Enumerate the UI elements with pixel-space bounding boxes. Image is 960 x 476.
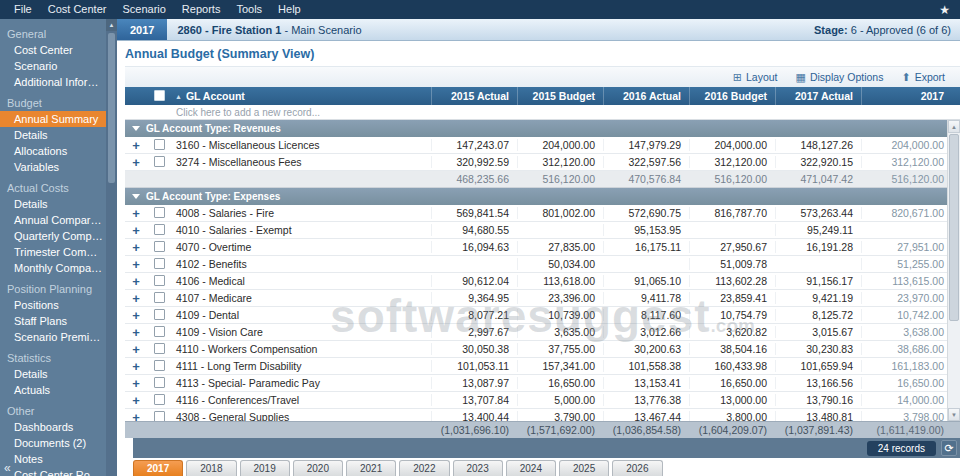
expand-row-button[interactable]: + (125, 155, 147, 170)
sidebar-item-scenario[interactable]: Scenario (0, 58, 117, 74)
expand-row-button[interactable]: + (125, 223, 147, 238)
table-row[interactable]: +4008 - Salaries - Fire569,841.54801,002… (125, 205, 960, 222)
sidebar-item-monthly-comparison[interactable]: Monthly Comparison (0, 260, 117, 276)
expand-row-button[interactable]: + (125, 138, 147, 153)
row-checkbox[interactable] (154, 224, 165, 235)
menu-file[interactable]: File (6, 0, 40, 19)
toolbar-layout-button[interactable]: ⊞Layout (724, 71, 787, 84)
sidebar-item-details[interactable]: Details (0, 366, 117, 382)
group-header-gl-account-type-revenues[interactable]: GL Account Type: Revenues (125, 120, 960, 137)
sidebar-item-cost-center[interactable]: Cost Center (0, 42, 117, 58)
row-checkbox[interactable] (154, 377, 165, 388)
sidebar-item-dashboards[interactable]: Dashboards (0, 419, 117, 435)
expand-row-button[interactable]: + (125, 308, 147, 323)
row-checkbox[interactable] (154, 394, 165, 405)
sidebar-item-additional-informati[interactable]: Additional Informati... (0, 74, 117, 90)
year-tab-2021[interactable]: 2021 (346, 460, 396, 476)
toolbar-export-button[interactable]: ⬆Export (892, 71, 954, 84)
header-year-tab[interactable]: 2017 (117, 19, 167, 40)
row-checkbox[interactable] (154, 326, 165, 337)
year-tab-2017[interactable]: 2017 (133, 460, 183, 476)
toolbar-display-options-button[interactable]: ▦Display Options (786, 71, 892, 84)
column-header-2015-actual[interactable]: 2015 Actual (431, 87, 517, 105)
table-row[interactable]: +4308 - General Supplies13,400.443,790.0… (125, 409, 960, 421)
menu-tools[interactable]: Tools (228, 0, 270, 19)
row-checkbox[interactable] (154, 156, 165, 167)
year-tab-2019[interactable]: 2019 (240, 460, 290, 476)
select-all-checkbox[interactable] (154, 90, 165, 101)
menu-help[interactable]: Help (270, 0, 309, 19)
sidebar-item-annual-comparison[interactable]: Annual Comparison (0, 212, 117, 228)
scroll-down-icon[interactable]: ▼ (948, 408, 960, 421)
sidebar-item-variables[interactable]: Variables (0, 159, 117, 175)
scroll-up-icon[interactable]: ▲ (106, 19, 117, 31)
table-row[interactable]: +3274 - Miscellaneous Fees320,992.59312,… (125, 154, 960, 171)
menu-cost-center[interactable]: Cost Center (40, 0, 115, 19)
column-header-2016-budget[interactable]: 2016 Budget (689, 87, 775, 105)
expand-row-button[interactable]: + (125, 257, 147, 272)
column-header-gl-account[interactable]: ▲GL Account (171, 87, 431, 106)
column-header-2017-actual[interactable]: 2017 Actual (775, 87, 861, 105)
sidebar-item-actuals[interactable]: Actuals (0, 382, 117, 398)
sidebar-item-annual-summary[interactable]: Annual Summary (0, 111, 117, 127)
year-tab-2018[interactable]: 2018 (186, 460, 236, 476)
expand-row-button[interactable]: + (125, 376, 147, 391)
refresh-icon[interactable]: ⟳ (941, 440, 957, 456)
row-checkbox[interactable] (154, 207, 165, 218)
row-checkbox[interactable] (154, 258, 165, 269)
group-header-gl-account-type-expenses[interactable]: GL Account Type: Expenses (125, 188, 960, 205)
expand-row-button[interactable]: + (125, 291, 147, 306)
scroll-up-icon[interactable]: ▲ (948, 120, 960, 133)
row-checkbox[interactable] (154, 411, 165, 422)
year-tab-2024[interactable]: 2024 (506, 460, 556, 476)
sidebar-item-trimester-comparison[interactable]: Trimester Comparison (0, 244, 117, 260)
sidebar-item-staff-plans[interactable]: Staff Plans (0, 313, 117, 329)
sidebar-item-details[interactable]: Details (0, 127, 117, 143)
sidebar-item-notes[interactable]: Notes (0, 451, 117, 467)
year-tab-2020[interactable]: 2020 (293, 460, 343, 476)
row-checkbox[interactable] (154, 292, 165, 303)
sidebar-item-details[interactable]: Details (0, 196, 117, 212)
row-checkbox[interactable] (154, 241, 165, 252)
year-tab-2025[interactable]: 2025 (559, 460, 609, 476)
collapse-sidebar-button[interactable]: « (4, 461, 11, 475)
table-row[interactable]: +4110 - Workers Compensation30,050.3837,… (125, 341, 960, 358)
table-row[interactable]: +4109 - Vision Care2,997.673,635.003,012… (125, 324, 960, 341)
favorite-star-icon[interactable]: ★ (935, 3, 954, 17)
year-tab-2026[interactable]: 2026 (612, 460, 662, 476)
table-row[interactable]: +3160 - Miscellaneous Licences147,243.07… (125, 137, 960, 154)
row-checkbox[interactable] (154, 343, 165, 354)
expand-row-button[interactable]: + (125, 359, 147, 374)
add-record-text[interactable]: Click here to add a new record... (171, 107, 960, 118)
sidebar-item-positions[interactable]: Positions (0, 297, 117, 313)
menu-scenario[interactable]: Scenario (114, 0, 173, 19)
table-row[interactable]: +4109 - Dental8,077.2110,739.008,117.601… (125, 307, 960, 324)
sidebar-scrollbar[interactable]: ▲ (106, 19, 117, 476)
expand-row-button[interactable]: + (125, 274, 147, 289)
expand-row-button[interactable]: + (125, 325, 147, 340)
table-row[interactable]: +4111 - Long Term Disability101,053.1115… (125, 358, 960, 375)
menu-reports[interactable]: Reports (174, 0, 229, 19)
sidebar-item-cost-center-roles[interactable]: Cost Center Roles (0, 467, 117, 476)
row-checkbox[interactable] (154, 275, 165, 286)
column-header-2017[interactable]: 2017 (861, 87, 960, 105)
expand-row-button[interactable]: + (125, 206, 147, 221)
add-record-row[interactable]: Click here to add a new record... (125, 105, 960, 120)
table-scroll-thumb[interactable] (949, 134, 959, 321)
sidebar-item-allocations[interactable]: Allocations (0, 143, 117, 159)
row-checkbox[interactable] (154, 360, 165, 371)
table-row[interactable]: +4107 - Medicare9,364.9523,396.009,411.7… (125, 290, 960, 307)
table-scrollbar[interactable]: ▲ ▼ (947, 120, 960, 421)
row-checkbox[interactable] (154, 309, 165, 320)
table-row[interactable]: +4070 - Overtime16,094.6327,835.0016,175… (125, 239, 960, 256)
table-row[interactable]: +4102 - Benefits50,034.0051,009.7851,255… (125, 256, 960, 273)
expand-row-button[interactable]: + (125, 410, 147, 422)
column-header-2015-budget[interactable]: 2015 Budget (517, 87, 603, 105)
column-header-2016-actual[interactable]: 2016 Actual (603, 87, 689, 105)
expand-row-button[interactable]: + (125, 342, 147, 357)
table-row[interactable]: +4116 - Conferences/Travel13,707.845,000… (125, 392, 960, 409)
expand-row-button[interactable]: + (125, 240, 147, 255)
expand-row-button[interactable]: + (125, 393, 147, 408)
sidebar-scroll-thumb[interactable] (108, 33, 115, 183)
year-tab-2023[interactable]: 2023 (453, 460, 503, 476)
